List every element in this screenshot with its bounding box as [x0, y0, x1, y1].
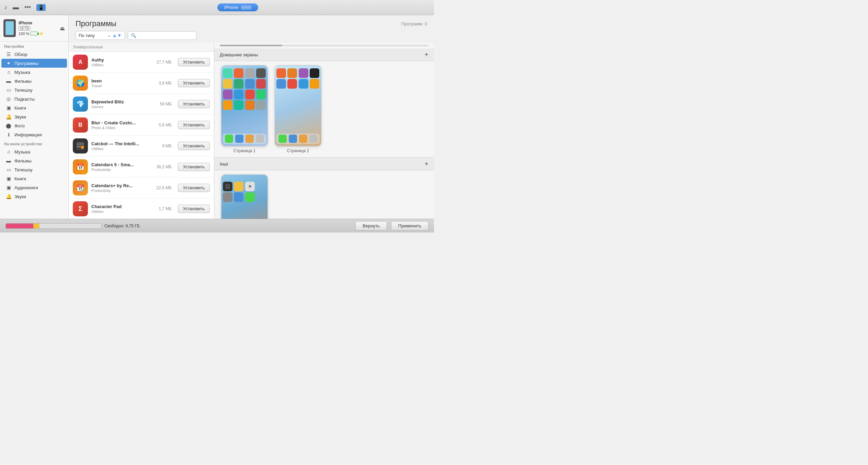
install-button[interactable]: Установить — [178, 184, 210, 192]
sidebar-item-photos[interactable]: ⬤ Фото — [1, 121, 67, 130]
filter-dropdown-arrow: ⌄ — [107, 33, 111, 38]
device-music-icon: ♫ — [5, 149, 12, 155]
install-button[interactable]: Установить — [178, 121, 210, 129]
mini-icon — [223, 90, 232, 99]
info-icon: ℹ — [5, 132, 12, 137]
eject-button[interactable]: ⏏ — [60, 25, 65, 32]
search-input[interactable] — [138, 33, 195, 38]
app-size: 3,8 МБ — [159, 81, 172, 86]
home-screens-add-button[interactable]: + — [424, 51, 429, 58]
svg-rect-9 — [228, 184, 230, 186]
app-size: 9 МБ — [162, 144, 172, 148]
segment-yellow — [33, 224, 39, 228]
sidebar-item-device-tv-label: Телешоу — [14, 167, 33, 172]
device-movies-icon: ▬ — [5, 158, 12, 163]
list-item[interactable]: 🌍 been Travel 3,8 МБ Установить — [69, 73, 214, 94]
screen-thumb-other[interactable]: ✳ — [221, 174, 268, 219]
app-icon-label: A — [78, 59, 82, 65]
storage-label: Свободно: 9,75 ГБ — [104, 224, 140, 228]
app-info-calcbot: Calcbot — The Intelli... Utilities — [91, 141, 159, 151]
app-icon-bejeweled: 💎 — [73, 97, 88, 112]
mini-icon — [245, 100, 255, 110]
mini-icon — [299, 68, 308, 78]
list-item[interactable]: A Authy Utilities 27,7 МБ Установить — [69, 52, 214, 73]
more-icon[interactable]: ••• — [24, 4, 31, 11]
sidebar-item-tv[interactable]: ▭ Телешоу — [1, 86, 67, 94]
apps-title: Программы — [76, 19, 116, 28]
podcasts-icon: ◎ — [5, 96, 12, 102]
apps-icon: ✦ — [5, 60, 12, 66]
app-size: 59 МБ — [160, 102, 172, 106]
segment-docs — [6, 224, 33, 228]
screen-thumb-page2[interactable] — [275, 65, 321, 146]
calcbot-svg — [76, 141, 85, 151]
screen-item-other[interactable]: ✳ — [221, 174, 268, 219]
sidebar-item-device-books-label: Книги — [14, 176, 26, 181]
app-name: Calcbot — The Intelli... — [91, 141, 159, 146]
app-icon-authy: A — [73, 55, 88, 70]
list-item[interactable]: Σ Character Pad Utilities 1,7 МБ Установ… — [69, 199, 214, 219]
apps-toolbar: По типу ⌄ ▲▼ 🔍 — [69, 31, 434, 43]
app-info-bejeweled: Bejeweled Blitz Games — [91, 99, 156, 109]
install-button[interactable]: Установить — [178, 163, 210, 171]
sidebar-item-device-tv[interactable]: ▭ Телешоу — [1, 165, 67, 174]
revert-button[interactable]: Вернуть — [355, 221, 387, 230]
mini-icon — [234, 100, 243, 110]
other-section-header: Інші + — [214, 158, 434, 170]
install-button[interactable]: Установить — [178, 79, 210, 87]
sidebar-item-apps[interactable]: ✦ Программы — [1, 59, 67, 68]
other-add-button[interactable]: + — [424, 160, 429, 167]
device-signal-lines — [241, 6, 251, 9]
sidebar-item-podcasts[interactable]: ◎ Подкасты — [1, 94, 67, 103]
screen-item-page2[interactable]: Страница 2 — [275, 65, 321, 153]
screen-item-page1[interactable]: Страница 1 — [221, 65, 268, 153]
install-button[interactable]: Установить — [178, 142, 210, 150]
list-item[interactable]: 📆 Calendars+ by Re... Productivity 22,5 … — [69, 178, 214, 199]
sidebar-item-books[interactable]: ▣ Книги — [1, 103, 67, 112]
sidebar-item-device-sounds[interactable]: 🔔 Звуки — [1, 192, 67, 201]
sidebar-item-sounds[interactable]: 🔔 Звуки — [1, 112, 67, 121]
screen-dock-page2 — [276, 134, 320, 144]
screen-grid-page2 — [276, 68, 320, 89]
list-item[interactable]: Calcbot — The Intelli... Utilities 9 МБ … — [69, 136, 214, 157]
film-icon[interactable]: ▬ — [13, 4, 19, 11]
install-button[interactable]: Установить — [178, 205, 210, 213]
filter-select[interactable]: По типу ⌄ ▲▼ — [76, 31, 125, 40]
signal-line-2 — [241, 7, 251, 8]
iphone-icon[interactable]: 📱 — [36, 4, 46, 11]
sidebar-item-music[interactable]: ♫ Музыка — [1, 68, 67, 77]
books-icon: ▣ — [5, 105, 12, 111]
list-item[interactable]: 💎 Bejeweled Blitz Games 59 МБ Установить — [69, 94, 214, 115]
sidebar-item-info[interactable]: ℹ Информация — [1, 130, 67, 139]
main-content: iPhone 16 ГБ 100 % ⚡ ⏏ Настройки ☰ Обзор… — [0, 15, 434, 219]
svg-rect-10 — [226, 187, 227, 189]
scroll-indicator[interactable] — [214, 43, 434, 48]
device-pill-label: iPhone — [224, 5, 238, 10]
screen-thumb-page1[interactable] — [221, 65, 268, 146]
sidebar-item-movies[interactable]: ▬ Фильмы — [1, 77, 67, 86]
segment-free — [39, 224, 101, 228]
app-name: Blur - Create Custo... — [91, 120, 155, 125]
app-size: 36,2 МБ — [156, 165, 172, 169]
sidebar-item-device-audiobooks[interactable]: ▣ Аудиокниги — [1, 183, 67, 192]
sidebar-item-overview[interactable]: ☰ Обзор — [1, 50, 67, 59]
home-screens-header: Домашние экраны + — [214, 48, 434, 61]
app-name: Bejeweled Blitz — [91, 99, 156, 104]
apply-button[interactable]: Применить — [391, 221, 429, 230]
list-item[interactable]: 📅 Calendars 5 - Sma... Productivity 36,2… — [69, 157, 214, 178]
sidebar-section-settings: Настройки — [0, 42, 68, 50]
list-item[interactable]: B Blur - Create Custo... Photo & Video 5… — [69, 115, 214, 136]
device-storage: 16 ГБ — [19, 26, 44, 31]
sidebar-item-device-music[interactable]: ♫ Музыка — [1, 147, 67, 156]
home-screens-panel: Домашние экраны + — [214, 43, 434, 219]
device-books-icon: ▣ — [5, 176, 12, 181]
screen-grid-page1 — [223, 68, 266, 110]
install-button[interactable]: Установить — [178, 58, 210, 66]
sidebar-item-device-books[interactable]: ▣ Книги — [1, 174, 67, 183]
install-button[interactable]: Установить — [178, 100, 210, 108]
battery-percent: 100 % — [19, 32, 29, 36]
device-pill[interactable]: iPhone — [217, 3, 258, 11]
music-icon[interactable]: ♪ — [4, 4, 7, 11]
sidebar-item-device-movies[interactable]: ▬ Фильмы — [1, 156, 67, 165]
apps-content: Универсальные A Authy Utilities 27,7 МБ … — [69, 43, 434, 219]
